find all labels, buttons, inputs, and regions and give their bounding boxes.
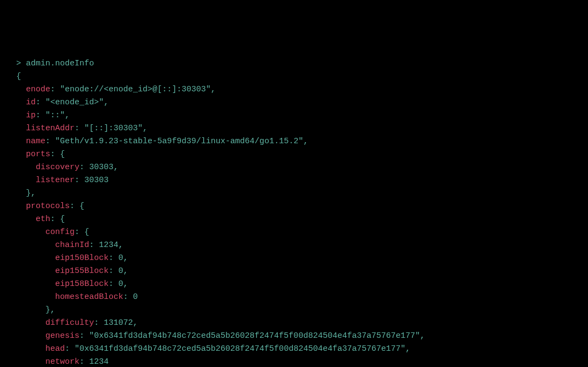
colon: : <box>79 357 84 366</box>
open-brace: { <box>79 202 84 211</box>
colon: : <box>75 176 79 185</box>
colon: : <box>79 331 84 341</box>
value-eip158block: 0 <box>118 279 123 289</box>
key-enode: enode <box>26 85 50 94</box>
comma: , <box>104 98 109 107</box>
colon: : <box>75 228 79 237</box>
colon: : <box>75 124 79 133</box>
comma: , <box>123 253 128 263</box>
comma: , <box>143 124 148 133</box>
value-name: "Geth/v1.9.23-stable-5a9f9d39/linux-amd6… <box>55 137 303 146</box>
value-eip155block: 0 <box>118 266 123 276</box>
colon: : <box>79 163 84 172</box>
open-brace: { <box>84 228 89 237</box>
colon: : <box>45 137 50 146</box>
open-brace: { <box>16 72 21 81</box>
key-listenaddr: listenAddr <box>26 124 75 133</box>
value-listener: 30303 <box>84 176 109 185</box>
comma: , <box>113 163 118 172</box>
comma: , <box>405 344 410 353</box>
key-chainid: chainId <box>55 241 89 250</box>
colon: : <box>109 279 113 289</box>
close-brace-comma: }, <box>26 189 36 198</box>
colon: : <box>89 241 94 250</box>
key-head: head <box>45 344 65 353</box>
open-brace: { <box>60 215 65 224</box>
key-id: id <box>26 98 36 107</box>
key-genesis: genesis <box>45 331 79 341</box>
key-protocols: protocols <box>26 202 70 211</box>
colon: : <box>50 215 55 224</box>
value-homesteadblock: 0 <box>133 292 138 302</box>
key-eip150block: eip150Block <box>55 253 109 263</box>
key-eip158block: eip158Block <box>55 279 109 289</box>
colon: : <box>50 150 55 159</box>
value-network: 1234 <box>89 357 109 366</box>
comma: , <box>65 111 70 120</box>
comma: , <box>123 266 128 276</box>
key-eip155block: eip155Block <box>55 266 109 276</box>
value-id: "<enode_id>" <box>45 98 104 107</box>
colon: : <box>65 344 70 353</box>
value-listenaddr: "[::]:30303" <box>84 124 143 133</box>
value-ip: "::" <box>45 111 65 120</box>
value-enode: "enode://<enode_id>@[::]:30303" <box>60 85 211 94</box>
comma: , <box>133 318 138 328</box>
colon: : <box>36 98 41 107</box>
comma: , <box>211 85 216 94</box>
comma: , <box>123 279 128 289</box>
key-config: config <box>45 228 75 237</box>
key-listener: listener <box>36 176 75 185</box>
key-ip: ip <box>26 111 36 120</box>
comma: , <box>420 331 425 341</box>
key-ports: ports <box>26 150 50 159</box>
comma: , <box>303 137 308 146</box>
value-head: "0x6341fd3daf94b748c72ced5a5b26028f2474f… <box>75 344 405 353</box>
terminal-output[interactable]: > admin.nodeInfo { enode: "enode://<enod… <box>16 57 572 367</box>
colon: : <box>50 85 55 94</box>
value-difficulty: 131072 <box>104 318 133 328</box>
colon: : <box>94 318 99 328</box>
colon: : <box>36 111 41 120</box>
colon: : <box>70 202 75 211</box>
colon: : <box>109 266 113 276</box>
open-brace: { <box>60 150 65 159</box>
value-chainid: 1234 <box>99 241 118 250</box>
comma: , <box>118 241 123 250</box>
colon: : <box>123 292 128 302</box>
value-discovery: 30303 <box>89 163 113 172</box>
key-name: name <box>26 137 45 146</box>
key-eth: eth <box>36 215 50 224</box>
close-brace-comma: }, <box>45 305 55 315</box>
key-discovery: discovery <box>36 163 79 172</box>
value-eip150block: 0 <box>118 253 123 263</box>
key-network: network <box>45 357 79 366</box>
value-genesis: "0x6341fd3daf94b748c72ced5a5b26028f2474f… <box>89 331 420 341</box>
key-homesteadblock: homesteadBlock <box>55 292 123 302</box>
command-text: admin.nodeInfo <box>26 59 94 68</box>
key-difficulty: difficulty <box>45 318 94 328</box>
colon: : <box>109 253 113 263</box>
prompt-symbol: > <box>16 59 26 68</box>
